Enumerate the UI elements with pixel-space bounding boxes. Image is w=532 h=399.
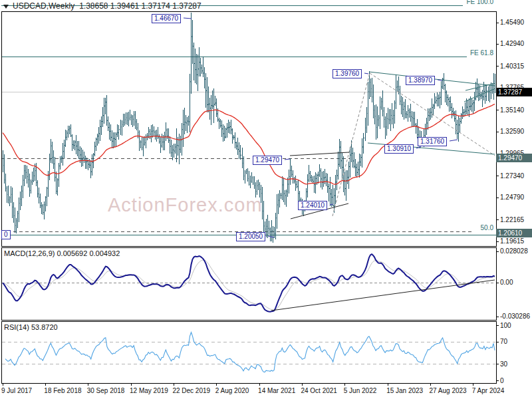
rsi-indicator-label: RSI(14) 53.8720 xyxy=(4,323,58,331)
rsi-panel-border xyxy=(1,321,496,383)
rsi-line xyxy=(5,332,495,372)
close-ticks-path xyxy=(3,37,495,235)
triangle-up-line xyxy=(291,203,348,219)
macd-panel-border xyxy=(1,247,496,320)
neckline xyxy=(290,152,349,156)
macd-indicator-label: MACD(12,26,9) 0.005692 0.004932 xyxy=(4,249,120,257)
macd-plot xyxy=(2,254,495,312)
symbol-timeframe-label: USDCAD,Weekly xyxy=(13,1,74,11)
rsi-plot xyxy=(2,332,495,372)
support-mid-line xyxy=(368,143,495,154)
macd-signal-line xyxy=(3,260,495,310)
dropdown-arrow-icon xyxy=(3,5,9,9)
panel-borders xyxy=(1,11,496,383)
callout-connector xyxy=(184,18,192,19)
annotation-lines-under xyxy=(1,5,496,235)
resistance-line xyxy=(369,72,495,86)
chart-canvas[interactable] xyxy=(0,0,532,399)
trend-up-dashed xyxy=(332,73,370,216)
ohlc-quote: 1.38658 1.39461 1.37174 1.37287 xyxy=(79,1,201,11)
price-bars xyxy=(3,13,495,243)
callout-connector xyxy=(450,140,458,141)
axis-ticks xyxy=(3,23,499,386)
callout-connector xyxy=(364,73,368,74)
chart-title: USDCAD,Weekly1.38658 1.39461 1.37174 1.3… xyxy=(3,1,201,11)
chart-window: USDCAD,Weekly1.38658 1.39461 1.37174 1.3… xyxy=(0,0,532,399)
macd-trendline xyxy=(271,280,495,311)
callout-connector xyxy=(285,159,290,160)
